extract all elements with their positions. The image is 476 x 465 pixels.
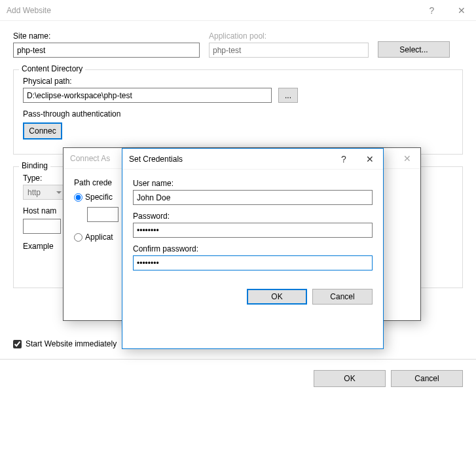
physical-path-label: Physical path: [23,77,453,86]
specific-user-label: Specific [85,193,113,202]
window-title: Add Website [7,6,51,15]
credentials-help-button[interactable]: ? [331,149,357,170]
host-name-input[interactable] [23,219,61,234]
select-pool-button[interactable]: Select... [378,41,450,58]
credentials-ok-button[interactable]: OK [247,289,307,305]
start-immediately-label: Start Website immediately [26,339,117,348]
set-credentials-dialog: Set Credentials ? ✕ User name: Password:… [122,148,384,349]
browse-path-button[interactable]: ... [278,88,298,103]
connect-as-title: Connect As [70,154,110,163]
app-pool-input [209,43,369,58]
specific-user-input[interactable] [87,207,119,222]
username-input[interactable] [133,190,373,205]
site-name-input[interactable] [13,43,200,58]
password-label: Password: [133,212,373,221]
password-input[interactable] [133,223,373,238]
binding-type-label: Type: [23,174,66,183]
window-titlebar: Add Website ? ✕ [0,0,476,21]
app-pool-label: Application pool: [209,31,369,41]
binding-type-select[interactable]: http [23,185,66,200]
content-directory-group: Content Directory Physical path: ... Pas… [13,69,463,155]
confirm-password-input[interactable] [133,255,373,270]
app-user-label: Applicat [85,232,113,242]
main-cancel-button[interactable]: Cancel [391,370,463,387]
passthrough-label: Pass-through authentication [23,109,453,119]
app-user-radio[interactable] [74,233,82,242]
connect-as-button[interactable]: Connec [23,122,62,140]
close-button[interactable]: ✕ [447,0,476,21]
site-name-label: Site name: [13,31,200,41]
confirm-password-label: Confirm password: [133,244,373,253]
main-ok-button[interactable]: OK [314,370,386,387]
binding-title: Binding [19,161,50,170]
credentials-close-button[interactable]: ✕ [357,149,383,170]
specific-user-radio[interactable] [74,193,82,202]
username-label: User name: [133,179,373,188]
set-credentials-title: Set Credentials [129,155,183,164]
help-button[interactable]: ? [417,0,447,21]
physical-path-input[interactable] [23,88,272,103]
start-immediately-checkbox[interactable] [13,340,22,348]
connect-as-close-button[interactable]: ✕ [394,148,420,169]
credentials-cancel-button[interactable]: Cancel [312,289,373,305]
content-directory-title: Content Directory [19,64,85,73]
